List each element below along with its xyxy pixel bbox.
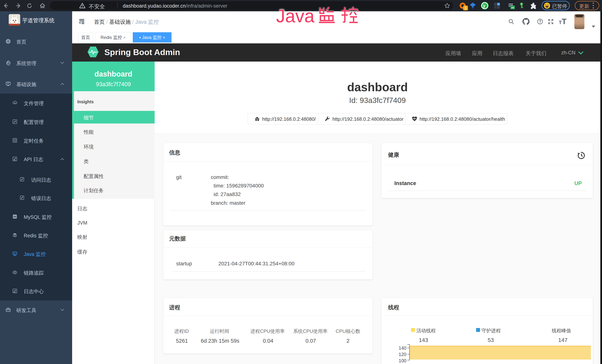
svg-text:on: on xyxy=(511,6,514,9)
